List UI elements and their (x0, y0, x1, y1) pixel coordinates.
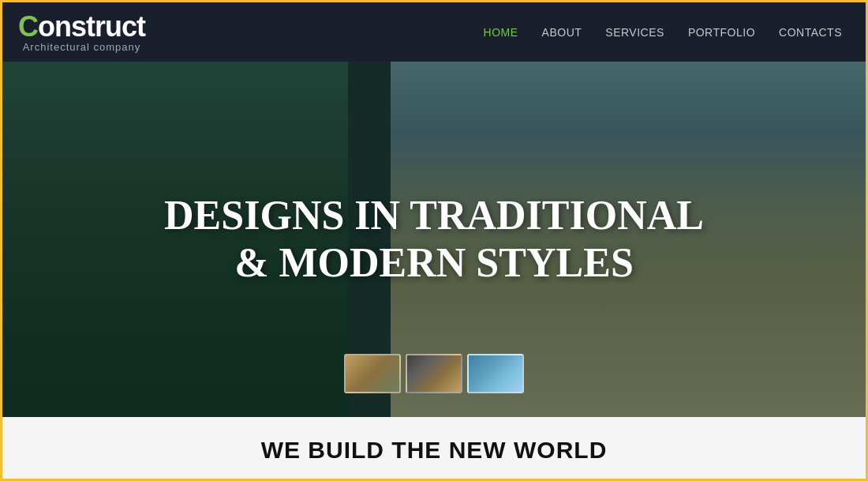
nav-item-services[interactable]: SERVICES (605, 26, 664, 39)
hero-title: DESIGNS IN TRADITIONAL & MODERN STYLES (164, 192, 704, 287)
logo-tagline: Architectural company (18, 42, 145, 53)
logo-c-letter: C (18, 10, 38, 43)
hero-thumbnails (344, 354, 524, 393)
bottom-strip: WE BUILD THE NEW WORLD (2, 417, 866, 481)
hero-title-line1: DESIGNS IN TRADITIONAL (164, 193, 704, 238)
thumbnail-2[interactable] (406, 354, 462, 393)
hero-title-line2: & MODERN STYLES (234, 240, 634, 285)
bottom-tagline: WE BUILD THE NEW WORLD (261, 437, 608, 464)
nav-item-contacts[interactable]: CONTACTS (779, 26, 842, 39)
nav-item-portfolio[interactable]: PORTFOLIO (688, 26, 755, 39)
main-nav: HOME ABOUT SERVICES PORTFOLIO CONTACTS (484, 26, 842, 39)
logo-text: Construct (18, 11, 145, 43)
logo-rest: onstruct (38, 10, 145, 43)
site-header: Construct Architectural company HOME ABO… (2, 2, 866, 62)
hero-section: DESIGNS IN TRADITIONAL & MODERN STYLES (2, 62, 866, 417)
thumbnail-3[interactable] (467, 354, 524, 393)
nav-item-about[interactable]: ABOUT (542, 26, 582, 39)
thumbnail-1[interactable] (344, 354, 401, 393)
logo[interactable]: Construct Architectural company (18, 11, 145, 54)
nav-item-home[interactable]: HOME (484, 26, 518, 39)
